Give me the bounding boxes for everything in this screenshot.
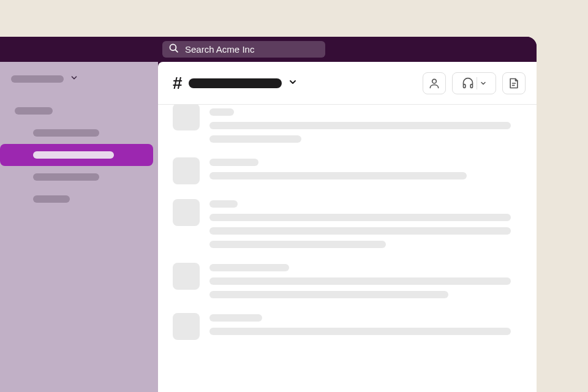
separator [477, 77, 477, 89]
app-window: Search Acme Inc # [0, 37, 537, 392]
app-body: # [0, 62, 537, 392]
message-text-line [209, 135, 301, 143]
avatar [173, 105, 200, 130]
sidebar-item-label [33, 151, 114, 159]
message [173, 107, 524, 149]
canvas-button[interactable] [502, 72, 526, 94]
message-author [209, 159, 258, 166]
message [173, 149, 524, 190]
message-author [209, 264, 289, 271]
sidebar [0, 62, 158, 392]
channel-header: # [158, 62, 537, 105]
search-placeholder: Search Acme Inc [185, 44, 254, 55]
svg-point-2 [432, 79, 437, 83]
message [173, 190, 524, 254]
svg-line-1 [175, 50, 178, 52]
canvas-icon [508, 77, 520, 89]
workspace-switcher[interactable] [0, 62, 158, 96]
message [173, 254, 524, 304]
svg-rect-4 [470, 84, 472, 88]
main-panel: # [158, 62, 537, 392]
avatar [173, 313, 200, 340]
sidebar-item-label [33, 173, 99, 181]
sidebar-item[interactable] [0, 100, 158, 122]
sidebar-item[interactable] [0, 122, 158, 144]
channel-hash-icon: # [173, 74, 183, 93]
sidebar-items [0, 96, 158, 210]
avatar [173, 199, 200, 226]
chevron-down-icon[interactable] [288, 77, 298, 89]
chevron-down-icon [70, 74, 78, 85]
avatar [173, 157, 200, 184]
huddle-button[interactable] [452, 72, 496, 94]
message-text-line [209, 277, 511, 285]
message-author [209, 108, 234, 116]
message-author [209, 200, 238, 208]
message-body [209, 107, 524, 143]
message-text-line [209, 172, 467, 179]
message [173, 304, 524, 346]
message-text-line [209, 227, 511, 235]
message-body [209, 199, 524, 248]
sidebar-item[interactable] [0, 144, 153, 166]
message-author [209, 314, 262, 322]
message-text-line [209, 122, 511, 129]
headphones-icon [462, 77, 474, 89]
avatar [173, 263, 200, 290]
sidebar-item-label [15, 107, 53, 115]
svg-rect-3 [463, 84, 465, 88]
search-icon [168, 43, 179, 56]
workspace-name [11, 75, 64, 83]
channel-name[interactable] [189, 78, 282, 88]
topbar: Search Acme Inc [0, 37, 537, 62]
sidebar-item[interactable] [0, 166, 158, 188]
message-text-line [209, 291, 448, 298]
message-list [158, 105, 537, 392]
search-input[interactable]: Search Acme Inc [162, 41, 325, 58]
people-button[interactable] [423, 72, 446, 94]
person-icon [428, 77, 440, 89]
message-text-line [209, 328, 511, 335]
sidebar-item[interactable] [0, 188, 158, 210]
message-body [209, 157, 524, 184]
sidebar-item-label [33, 195, 70, 203]
message-text-line [209, 214, 511, 221]
sidebar-item-label [33, 129, 99, 137]
message-text-line [209, 241, 386, 248]
message-body [209, 263, 524, 298]
message-body [209, 313, 524, 340]
chevron-down-icon[interactable] [480, 80, 487, 87]
